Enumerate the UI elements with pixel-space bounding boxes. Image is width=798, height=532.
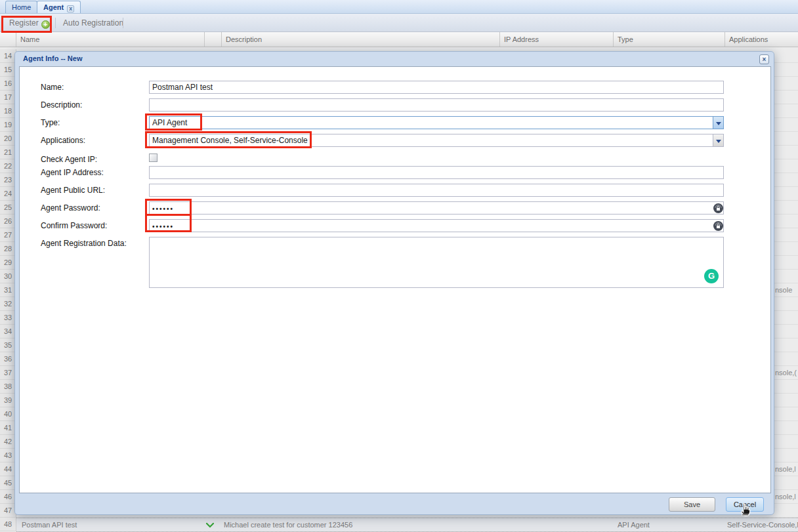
dialog-body: Name: Description: Type: Applications: C… [19, 66, 771, 493]
row-cell-applications: Self-Service-Console,M [727, 518, 798, 532]
description-field[interactable] [149, 98, 724, 112]
chevron-down-icon[interactable] [206, 523, 214, 528]
confirm-password-label: Confirm Password: [41, 219, 149, 232]
grammarly-icon[interactable]: G [704, 269, 719, 283]
type-label: Type: [41, 116, 149, 129]
cancel-button[interactable]: Cancel [726, 497, 764, 512]
type-dropdown-trigger-icon[interactable] [713, 116, 724, 129]
save-button[interactable]: Save [669, 497, 715, 512]
check-agent-ip-label: Check Agent IP: [41, 153, 149, 166]
confirm-password-field[interactable] [149, 219, 724, 232]
agent-password-label: Agent Password: [41, 201, 149, 215]
clipped-row-text: nsole [775, 283, 792, 297]
register-label: Register [9, 18, 39, 28]
password-manager-lock-icon[interactable] [713, 203, 723, 213]
agent-info-dialog: Agent Info -- New × Name: Description: T… [14, 51, 774, 515]
tab-agent[interactable]: Agentx [37, 1, 81, 13]
tab-agent-label: Agent [43, 3, 64, 11]
toolbar: Register+ Auto Registration [0, 14, 798, 32]
type-combobox[interactable] [149, 116, 724, 129]
applications-dropdown-trigger-icon[interactable] [713, 134, 724, 147]
password-manager-lock-icon[interactable] [713, 221, 723, 231]
clipped-row-text: nsole,l [775, 462, 796, 476]
column-header-expander [205, 32, 222, 47]
tab-strip: Home Agentx [0, 0, 798, 14]
agent-ip-address-field[interactable] [149, 166, 724, 179]
toolbar-separator [123, 18, 123, 28]
table-row[interactable]: Postman API test Michael create test for… [16, 518, 798, 532]
column-header-description[interactable]: Description [222, 32, 500, 47]
agent-password-field[interactable] [149, 201, 724, 215]
tab-close-icon[interactable]: x [67, 5, 74, 12]
applications-combobox[interactable] [149, 134, 724, 147]
row-cell-description: Michael create test for customer 123456 [224, 518, 499, 532]
column-header-rownum [0, 32, 16, 47]
register-button[interactable]: Register+ [5, 16, 54, 30]
tab-home-label: Home [12, 3, 31, 11]
agent-public-url-field[interactable] [149, 184, 724, 197]
column-header-name[interactable]: Name [16, 32, 205, 47]
agent-public-url-label: Agent Public URL: [41, 184, 149, 197]
name-label: Name: [41, 81, 149, 94]
row-cell-type: API Agent [618, 518, 726, 532]
clipped-row-text: nsole,( [775, 366, 797, 380]
name-field[interactable] [149, 81, 724, 94]
applications-label: Applications: [41, 134, 149, 147]
agent-registration-data-field[interactable] [149, 237, 724, 288]
agent-ip-address-label: Agent IP Address: [41, 166, 149, 179]
auto-registration-label: Auto Registration [63, 18, 123, 28]
grid-header: Name Description IP Address Type Applica… [0, 32, 798, 47]
clipped-row-text: nsole,l [775, 490, 796, 504]
plus-circle-icon: + [41, 20, 50, 29]
dialog-close-icon[interactable]: × [759, 54, 769, 64]
agent-registration-data-label: Agent Registration Data: [41, 237, 149, 250]
column-header-type[interactable]: Type [614, 32, 725, 47]
dialog-title: Agent Info -- New [23, 54, 82, 62]
row-number: 48 [0, 518, 16, 531]
description-label: Description: [41, 98, 149, 112]
auto-registration-button[interactable]: Auto Registration [59, 16, 127, 30]
check-agent-ip-checkbox[interactable] [149, 153, 158, 162]
toolbar-separator [55, 18, 56, 28]
tab-home[interactable]: Home [5, 1, 37, 13]
column-header-applications[interactable]: Applications [725, 32, 798, 47]
row-cell-name: Postman API test [22, 518, 199, 532]
column-header-ip-address[interactable]: IP Address [500, 32, 614, 47]
